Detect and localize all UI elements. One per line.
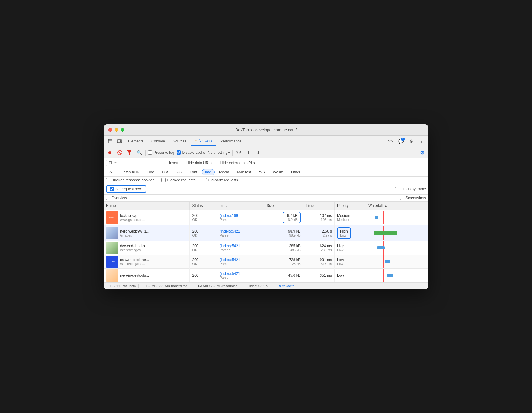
type-btn-all[interactable]: All — [106, 169, 117, 175]
third-party-checkbox[interactable] — [203, 178, 207, 182]
type-btn-manifest[interactable]: Manifest — [234, 169, 254, 175]
col-header-priority[interactable]: Priority — [334, 202, 366, 210]
more-tabs-button[interactable]: >> — [386, 137, 395, 146]
row-size-primary: 6.7 kB — [286, 214, 297, 218]
filter-input[interactable] — [106, 160, 161, 166]
type-btn-img[interactable]: Img — [202, 169, 215, 175]
screenshots-checkbox[interactable] — [400, 196, 404, 200]
upload-button[interactable]: ⬆ — [245, 149, 252, 156]
row-time-secondary: 106 ms — [306, 218, 332, 222]
throttle-select[interactable]: No throttling ▾ — [208, 150, 230, 155]
row-priority-primary: Low — [337, 273, 363, 278]
tab-console[interactable]: Console — [148, 137, 169, 145]
table-row[interactable]: SVG lockup.svg www.gstatic.co... 200 — [104, 210, 428, 225]
preserve-log-label[interactable]: Preserve log — [148, 150, 174, 155]
hide-data-urls-checkbox[interactable] — [181, 161, 185, 165]
maximize-button[interactable] — [121, 128, 124, 132]
row-initiator-link[interactable]: (index):5421 — [220, 258, 240, 262]
type-btn-ws[interactable]: WS — [256, 169, 268, 175]
window-title: DevTools - developer.chrome.com/ — [235, 127, 297, 132]
row-initiator-link[interactable]: (index):169 — [220, 214, 238, 218]
row-status-primary: 200 — [192, 258, 214, 262]
col-header-status[interactable]: Status — [190, 202, 217, 210]
toolbar: ⏺ 🚫 🔍 Preserve log Disable cache No thro… — [104, 147, 428, 158]
tab-performance[interactable]: Performance — [217, 137, 245, 145]
type-btn-fetch-xhr[interactable]: Fetch/XHR — [118, 169, 143, 175]
type-btn-js[interactable]: JS — [174, 169, 185, 175]
blocked-requests-label[interactable]: Blocked requests — [162, 178, 195, 182]
invert-checkbox[interactable] — [164, 161, 168, 165]
type-btn-css[interactable]: CSS — [158, 169, 173, 175]
blocked-requests-checkbox[interactable] — [162, 178, 166, 182]
blocked-cookies-checkbox[interactable] — [106, 178, 110, 182]
tab-network[interactable]: ⚠ Network — [191, 137, 216, 146]
tab-elements[interactable]: Elements — [124, 137, 147, 145]
row-priority-secondary: Medium — [337, 218, 363, 222]
sort-asc-icon: ▲ — [384, 203, 388, 208]
col-header-initiator[interactable]: Initiator — [217, 202, 264, 210]
big-rows-checkbox[interactable] — [110, 187, 114, 191]
filter-button[interactable] — [126, 149, 133, 156]
overview-checkbox[interactable] — [106, 196, 110, 200]
blocked-cookies-label[interactable]: Blocked response cookies — [106, 178, 154, 182]
console-badge-button[interactable]: 💬 1 — [397, 137, 405, 146]
big-request-rows-container[interactable]: Big request rows — [106, 185, 146, 193]
wifi-icon[interactable] — [235, 149, 242, 156]
network-table: Name Status Initiator Size Time — [104, 202, 428, 282]
screenshots-label[interactable]: Screenshots — [400, 196, 426, 200]
row-priority-secondary: Low — [340, 233, 348, 237]
network-settings-button[interactable]: ⚙ — [419, 149, 426, 156]
type-btn-wasm[interactable]: Wasm — [270, 169, 287, 175]
group-by-frame-checkbox[interactable] — [395, 187, 399, 191]
table-body: SVG lockup.svg www.gstatic.co... 200 — [104, 210, 428, 282]
row-initiator-link[interactable]: (index):5421 — [220, 271, 240, 276]
search-button[interactable]: 🔍 — [135, 149, 143, 156]
hide-extension-urls-checkbox[interactable] — [215, 161, 219, 165]
type-btn-doc[interactable]: Doc — [144, 169, 157, 175]
row-initiator-link[interactable]: (index):5421 — [220, 244, 240, 248]
minimize-button[interactable] — [115, 128, 118, 132]
row-name-primary: csswrapped_he... — [120, 258, 149, 262]
row-initiator-secondary: Parser — [220, 218, 261, 222]
settings-button[interactable]: ⚙ — [407, 137, 416, 146]
col-header-name[interactable]: Name — [104, 202, 190, 210]
col-header-time[interactable]: Time — [303, 202, 334, 210]
status-resources: 1.3 MB / 7.0 MB resources — [195, 284, 240, 288]
row-waterfall — [368, 241, 411, 255]
row-size-secondary: 728 kB — [267, 262, 301, 266]
invert-label[interactable]: Invert — [164, 161, 178, 165]
device-icon[interactable] — [115, 137, 124, 146]
row-waterfall — [368, 255, 411, 268]
record-button[interactable]: ⏺ — [106, 149, 113, 156]
third-party-label[interactable]: 3rd-party requests — [203, 178, 238, 182]
network-warning-icon: ⚠ — [194, 139, 198, 143]
type-btn-media[interactable]: Media — [216, 169, 233, 175]
type-btn-font[interactable]: Font — [186, 169, 200, 175]
type-btn-other[interactable]: Other — [288, 169, 304, 175]
disable-cache-checkbox[interactable] — [177, 150, 181, 155]
table-row[interactable]: CSS csswrapped_he... /static/blog/css... — [104, 255, 428, 268]
tab-sources[interactable]: Sources — [169, 137, 190, 145]
table-row[interactable]: dcc-end-third-p... /static/images 200 OK — [104, 241, 428, 255]
col-header-waterfall[interactable]: Waterfall ▲ — [366, 202, 428, 210]
table-row[interactable]: new-in-devtools... 200 — [104, 268, 428, 282]
preserve-log-checkbox[interactable] — [148, 150, 152, 155]
more-menu-button[interactable]: ⋮ — [417, 137, 426, 146]
download-button[interactable]: ⬇ — [255, 149, 262, 156]
row-name-secondary: /static/images — [120, 248, 148, 252]
disable-cache-label[interactable]: Disable cache — [177, 150, 205, 155]
network-table-container[interactable]: Name Status Initiator Size Time — [104, 202, 428, 282]
col-header-size[interactable]: Size — [264, 202, 303, 210]
row-waterfall — [368, 269, 411, 282]
row-initiator-link[interactable]: (index):5421 — [220, 229, 240, 233]
hide-data-urls-label[interactable]: Hide data URLs — [181, 161, 212, 165]
close-button[interactable] — [108, 128, 112, 132]
clear-button[interactable]: 🚫 — [116, 149, 123, 156]
group-by-frame-label[interactable]: Group by frame — [395, 187, 426, 191]
table-row[interactable]: hero.webp?w=1... /images 200 OK — [104, 225, 428, 241]
status-finish: Finish: 6.14 s — [245, 284, 270, 288]
overview-label[interactable]: Overview — [106, 196, 127, 200]
cursor-icon[interactable] — [106, 137, 115, 146]
hide-extension-urls-label[interactable]: Hide extension URLs — [215, 161, 255, 165]
row-time-secondary: 317 ms — [306, 262, 332, 266]
